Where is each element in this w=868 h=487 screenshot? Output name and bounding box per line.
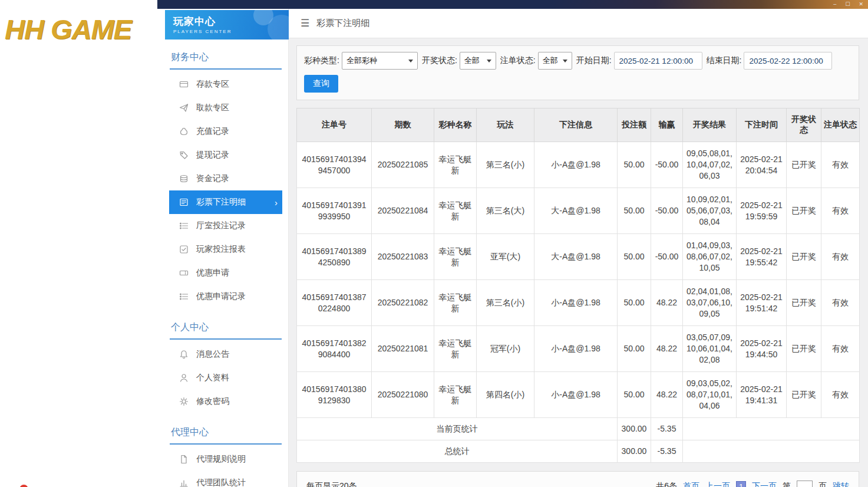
maximize-icon[interactable]: ☐	[845, 0, 850, 9]
end-date-input[interactable]	[744, 52, 832, 70]
section-title-finance: 财务中心	[170, 48, 282, 70]
sidebar-item-recharge-record[interactable]: 充值记录	[169, 120, 282, 143]
query-button[interactable]: 查询	[304, 75, 338, 93]
sidebar-item-label: 取款专区	[196, 103, 229, 113]
promo-apply-icon	[179, 268, 189, 278]
grand-total-summary-row: 总统计 300.00 -5.35	[297, 440, 860, 463]
table-cell: 48.22	[651, 280, 683, 326]
table-cell: 10,09,02,01,05,06,07,03,08,04	[683, 188, 737, 234]
summary-empty-cell	[683, 418, 860, 440]
total-count-text: 共6条	[656, 481, 677, 487]
column-header: 下注时间	[737, 108, 787, 142]
table-row: 40156917401382908440020250221081幸运飞艇新冠军(…	[297, 326, 860, 372]
table-cell: -50.00	[651, 234, 683, 280]
column-header: 期数	[372, 108, 434, 142]
lottery-type-select[interactable]: 全部彩种	[342, 52, 418, 70]
table-cell: 50.00	[618, 280, 651, 326]
sidebar-item-promo-record[interactable]: 优惠申请记录	[169, 285, 282, 308]
table-cell: 20250221084	[372, 188, 434, 234]
sidebar-item-lottery-bet-detail[interactable]: 彩票下注明细 ›	[169, 190, 282, 214]
sidebar-item-agent-team-stats[interactable]: 代理团队统计	[169, 471, 282, 487]
sidebar-item-label: 资金记录	[196, 173, 229, 184]
table-cell: 已开奖	[787, 326, 821, 372]
main-content: ☰ 彩票下注明细 彩种类型: 全部彩种 开奖状态: 全部	[289, 9, 868, 487]
column-header: 玩法	[477, 108, 534, 142]
table-cell: -50.00	[651, 188, 683, 234]
column-header: 投注额	[618, 108, 651, 142]
summary-win-loss-total: -5.35	[651, 440, 683, 463]
next-page-link[interactable]: 下一页	[752, 481, 777, 487]
sidebar-item-announcements[interactable]: 消息公告	[169, 343, 282, 366]
table-row: 40156917401387022480020250221082幸运飞艇新第三名…	[297, 280, 860, 326]
table-cell: 已开奖	[787, 234, 821, 280]
sidebar-item-player-bet-report[interactable]: 玩家投注报表	[169, 238, 282, 261]
page-title: 彩票下注明细	[316, 18, 369, 29]
menu-toggle-icon[interactable]: ☰	[301, 17, 309, 29]
summary-label: 总统计	[297, 440, 618, 463]
sidebar-item-promo-apply[interactable]: 优惠申请	[169, 261, 282, 285]
jump-button[interactable]: 跳转	[833, 481, 849, 487]
current-page-indicator[interactable]: 1	[736, 481, 746, 487]
table-cell: 09,03,05,02,08,07,10,01,04,06	[683, 372, 737, 418]
table-cell: 2025-02-21 19:59:59	[737, 188, 787, 234]
page-jump-input[interactable]	[797, 481, 813, 487]
summary-bet-total: 300.00	[618, 440, 651, 463]
sidebar-item-withdrawal-zone[interactable]: 取款专区	[169, 96, 282, 120]
table-cell: 50.00	[618, 326, 651, 372]
bet-status-select[interactable]: 全部	[538, 52, 572, 70]
table-cell: 小-A盘@1.98	[534, 372, 618, 418]
jump-prefix-label: 第	[783, 481, 791, 487]
start-date-input[interactable]	[614, 52, 702, 70]
table-cell: 01,04,09,03,08,06,07,02,10,05	[683, 234, 737, 280]
bet-details-table: 注单号期数彩种名称玩法下注信息投注额输赢开奖结果下注时间开奖状态注单状态 401…	[296, 108, 860, 463]
sidebar-item-hall-bet-record[interactable]: 厅室投注记录	[169, 214, 282, 238]
sidebar-item-profile[interactable]: 个人资料	[169, 366, 282, 390]
pagination-bar: 每页显示20条 共6条 首页 上一页 1 下一页 第 页 跳转	[296, 471, 859, 487]
table-cell: 401569174013829084400	[297, 326, 372, 372]
funds-record-icon	[179, 174, 189, 183]
lottery-type-field: 彩种类型: 全部彩种	[304, 52, 418, 70]
first-page-link[interactable]: 首页	[683, 481, 699, 487]
sidebar-item-agent-rules[interactable]: 代理规则说明	[169, 447, 282, 471]
sidebar-item-deposit-zone[interactable]: 存款专区	[169, 73, 282, 96]
minimize-icon[interactable]: –	[833, 0, 836, 9]
sidebar-item-withdraw-record[interactable]: 提现记录	[169, 143, 282, 167]
table-cell: 有效	[821, 280, 860, 326]
start-date-label: 开始日期:	[576, 55, 612, 66]
sidebar-item-label: 彩票下注明细	[196, 197, 246, 208]
prev-page-link[interactable]: 上一页	[705, 481, 730, 487]
summary-label: 当前页统计	[297, 418, 618, 440]
table-cell: 第三名(小)	[477, 280, 534, 326]
table-header-row: 注单号期数彩种名称玩法下注信息投注额输赢开奖结果下注时间开奖状态注单状态	[297, 108, 860, 142]
draw-status-field: 开奖状态: 全部	[422, 52, 496, 70]
chevron-down-icon	[563, 60, 567, 62]
sidebar-item-label: 充值记录	[196, 126, 229, 137]
table-cell: 冠军(小)	[477, 326, 534, 372]
table-cell: 2025-02-21 19:44:50	[737, 326, 787, 372]
close-icon[interactable]: ✕	[859, 0, 863, 9]
table-cell: 已开奖	[787, 188, 821, 234]
filter-row: 彩种类型: 全部彩种 开奖状态: 全部 注单状态: 全	[304, 52, 852, 70]
table-cell: 有效	[821, 188, 860, 234]
sidebar-item-funds-record[interactable]: 资金记录	[169, 167, 282, 190]
sidebar-item-change-password[interactable]: 修改密码	[169, 390, 282, 413]
table-cell: 50.00	[618, 234, 651, 280]
draw-status-select[interactable]: 全部	[460, 52, 496, 70]
summary-bet-total: 300.00	[618, 418, 651, 440]
bet-status-value: 全部	[543, 55, 558, 66]
table-row: 40156917401391993995020250221084幸运飞艇新第三名…	[297, 188, 860, 234]
table-cell: 有效	[821, 326, 860, 372]
table-cell: 幸运飞艇新	[434, 372, 477, 418]
sidebar-item-label: 存款专区	[196, 79, 229, 90]
table-cell: 有效	[821, 372, 860, 418]
table-cell: 第三名(大)	[477, 188, 534, 234]
bar-chart-icon	[179, 478, 189, 487]
chevron-right-icon: ›	[275, 198, 278, 207]
gear-icon	[179, 397, 189, 406]
sidebar-item-label: 代理规则说明	[196, 454, 246, 465]
sidebar-item-label: 玩家投注报表	[196, 244, 246, 255]
bet-status-label: 注单状态:	[500, 55, 536, 66]
table-cell: 幸运飞艇新	[434, 234, 477, 280]
table-cell: 20250221080	[372, 372, 434, 418]
table-cell: 48.22	[651, 326, 683, 372]
